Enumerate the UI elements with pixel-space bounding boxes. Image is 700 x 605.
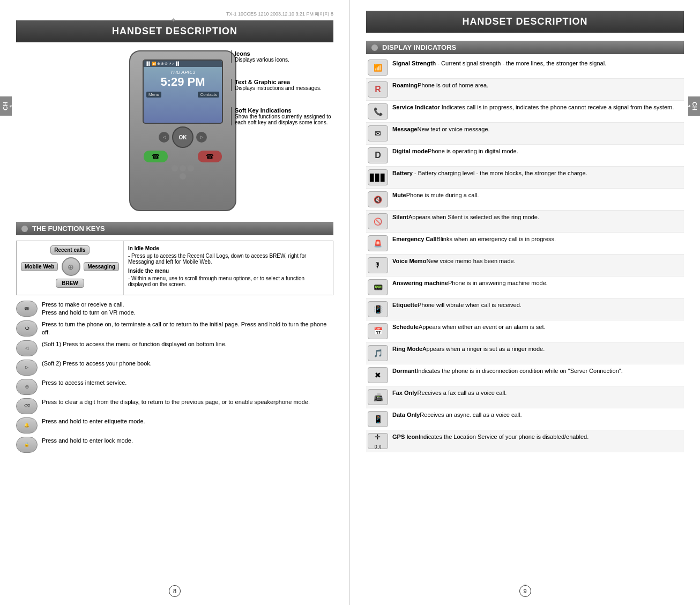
- indicator-title-12: Schedule: [392, 324, 419, 330]
- key-desc-4: Press to access internet service.: [42, 379, 126, 387]
- indicator-title-11: Etiquette: [392, 302, 418, 308]
- key-row-6: 🔔 Press and hold to enter etiquette mode…: [16, 417, 333, 434]
- key-icon-1: ⏻: [16, 320, 38, 337]
- indicator-icon-10: 📟: [368, 279, 388, 295]
- indicator-icon-16: 📱: [368, 411, 388, 427]
- key-icon-7: 🔒: [16, 437, 38, 453]
- indicator-icon-6: 🔇: [368, 191, 388, 207]
- indicator-row-11: 📳 EtiquettePhone will vibrate when call …: [366, 298, 684, 320]
- indicator-row-10: 📟 Answering machinePhone is in answering…: [366, 277, 684, 298]
- indicator-text-2: Service Indicator Indicates call is in p…: [392, 103, 682, 111]
- indicator-icon-4: D: [368, 147, 388, 163]
- indicator-row-4: D Digital modePhone is operating in digi…: [366, 145, 684, 167]
- key-desc-3: (Soft 2) Press to access your phone book…: [42, 360, 152, 368]
- indicator-icon-14: ✖: [368, 367, 388, 383]
- indicator-row-14: ✖ DormantIndicates the phone is in disco…: [366, 364, 684, 386]
- phone-call-buttons: ☎ ☎: [130, 151, 235, 162]
- indicator-icon-3: ✉: [368, 125, 388, 141]
- key-icon-5: ⌫: [16, 398, 38, 414]
- key-row-1: ⏻ Press to turn the phone on, to termina…: [16, 320, 333, 337]
- messaging-btn: Messaging: [84, 262, 119, 271]
- indicator-row-8: 🚨 Emergency CallBlinks when an emergency…: [366, 233, 684, 255]
- indicator-text-17: GPS IconIndicates the Location Service o…: [392, 433, 682, 441]
- indicator-row-1: R RoamingPhone is out of home area.: [366, 79, 684, 101]
- indicator-row-16: 📱 Data OnlyReceives an async. call as a …: [366, 408, 684, 430]
- indicator-text-10: Answering machinePhone is in answering m…: [392, 279, 682, 287]
- header-dot-right: [371, 44, 378, 51]
- left-section-title: HANDSET DESCRIPTION: [16, 20, 333, 42]
- key-rows-list: ☎ Press to make or receive a call.Press …: [16, 301, 333, 453]
- indicator-text-7: SilentAppears when Silent is selected as…: [392, 213, 682, 221]
- screen-time: THU APR.3 5:29 PM: [144, 70, 222, 89]
- icons-label: Icons Displays various icons.: [231, 50, 338, 63]
- key-row-2: ◁ (Soft 1) Press to access the menu or f…: [16, 340, 333, 356]
- key-icon-3: ▷: [16, 360, 38, 376]
- indicator-title-13: Ring Mode: [392, 346, 422, 352]
- phone-bottom: [130, 173, 235, 180]
- mobile-web-btn: Mobile Web: [21, 262, 58, 271]
- key-desc-7: Press and hold to enter lock mode.: [42, 437, 133, 445]
- chapter-indicator-right: CH1: [688, 96, 700, 116]
- indicator-icon-9: 🎙: [368, 257, 388, 273]
- indicator-row-5: ▊▊▊ Battery - Battery charging level - t…: [366, 167, 684, 189]
- indicator-title-7: Silent: [392, 214, 408, 220]
- inside-menu-desc: - Within a menu, use to scroll through m…: [128, 275, 329, 287]
- indicator-title-8: Emergency Call: [392, 236, 437, 242]
- indicator-title-0: Signal Strength: [392, 60, 436, 66]
- key-desc-0: Press to make or receive a call.Press an…: [42, 301, 136, 317]
- indicator-text-0: Signal Strength - Current signal strengt…: [392, 59, 682, 68]
- indicator-row-17: ✛((·)) GPS IconIndicates the Location Se…: [366, 430, 684, 452]
- indicator-text-15: Fax OnlyReceives a fax call as a voice c…: [392, 389, 682, 397]
- indicator-row-15: 📠 Fax OnlyReceives a fax call as a voice…: [366, 386, 684, 408]
- key-row-5: ⌫ Press to clear a digit from the displa…: [16, 398, 333, 414]
- right-page-number: 9: [519, 585, 531, 597]
- crosshair-top: +: [172, 16, 175, 24]
- indicator-row-6: 🔇 MutePhone is mute during a call.: [366, 189, 684, 211]
- indicator-icon-1: R: [368, 81, 388, 98]
- idle-mode-desc: - Press up to access the Recent Call Log…: [128, 253, 329, 265]
- indicator-row-9: 🎙 Voice MemoNew voice memo has been made…: [366, 255, 684, 277]
- brew-btn: BREW: [56, 279, 84, 288]
- inside-menu-title: Inside the menu: [128, 268, 329, 274]
- right-section-title: HANDSET DESCRIPTION: [366, 11, 684, 33]
- indicator-title-1: Roaming: [392, 82, 418, 88]
- key-icon-4: ◎: [16, 379, 38, 395]
- text-area-label: Text & Graphic area Displays instruction…: [231, 79, 338, 91]
- indicator-title-9: Voice Memo: [392, 258, 426, 264]
- key-desc-1: Press to turn the phone on, to terminate…: [42, 320, 333, 337]
- indicator-title-3: Message: [392, 126, 417, 132]
- indicator-text-16: Data OnlyReceives an async. call as a vo…: [392, 411, 682, 419]
- indicator-text-1: RoamingPhone is out of home area.: [392, 81, 682, 89]
- indicator-title-10: Answering machine: [392, 280, 448, 286]
- indicator-row-12: 📅 ScheduleAppears when either an event o…: [366, 320, 684, 342]
- indicator-icon-12: 📅: [368, 323, 388, 339]
- key-icon-0: ☎: [16, 301, 38, 317]
- key-row-3: ▷ (Soft 2) Press to access your phone bo…: [16, 360, 333, 376]
- indicator-row-3: ✉ MessageNew text or voice message.: [366, 123, 684, 145]
- key-row-4: ◎ Press to access internet service.: [16, 379, 333, 395]
- screen-softkeys: Menu Contacts: [144, 92, 222, 98]
- indicator-icon-5: ▊▊▊: [368, 169, 388, 185]
- right-page: CH1 HANDSET DESCRIPTION DISPLAY INDICATO…: [350, 0, 700, 605]
- indicator-icon-15: 📠: [368, 389, 388, 405]
- indicator-text-12: ScheduleAppears when either an event or …: [392, 323, 682, 331]
- phone-keypad: [130, 165, 235, 171]
- indicator-title-2: Service Indicator: [392, 104, 440, 110]
- indicator-row-7: 🚫 SilentAppears when Silent is selected …: [366, 211, 684, 233]
- indicator-text-14: DormantIndicates the phone is in disconn…: [392, 367, 682, 375]
- recent-calls-btn: Recent calls: [50, 245, 89, 255]
- indicator-title-4: Digital mode: [392, 148, 428, 154]
- key-desc-5: Press to clear a digit from the display,…: [42, 398, 310, 406]
- indicator-icon-17: ✛((·)): [368, 433, 388, 449]
- chapter-indicator-left: CH1: [0, 96, 12, 116]
- indicator-text-6: MutePhone is mute during a call.: [392, 191, 682, 199]
- key-desc-6: Press and hold to enter etiquette mode.: [42, 417, 145, 425]
- key-desc-2: (Soft 1) Press to access the menu or fun…: [42, 340, 227, 348]
- phone-nav-buttons: ◁ OK ▷: [130, 126, 235, 148]
- left-page-number: 8: [169, 585, 181, 597]
- indicator-row-0: 📶 Signal Strength - Current signal stren…: [366, 57, 684, 79]
- indicator-text-11: EtiquettePhone will vibrate when call is…: [392, 301, 682, 309]
- nav-center: ⊕: [62, 257, 80, 276]
- indicator-title-15: Fax Only: [392, 390, 417, 396]
- display-indicators-header: DISPLAY INDICATORS: [366, 41, 684, 54]
